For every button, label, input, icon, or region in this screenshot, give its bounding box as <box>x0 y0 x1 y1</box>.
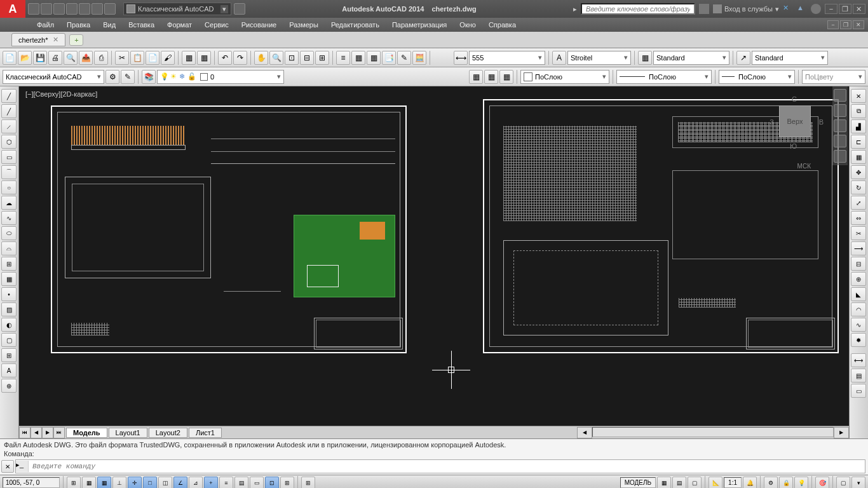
block-make-icon[interactable]: ▦ <box>1 272 17 286</box>
polygon-icon[interactable]: ⬡ <box>1 135 17 149</box>
nav-showmotion-icon[interactable] <box>834 150 846 163</box>
status-ann-icon[interactable]: 📐 <box>709 477 722 489</box>
arc-icon[interactable]: ⌒ <box>1 165 17 179</box>
doc-minimize-button[interactable]: − <box>827 20 839 29</box>
nav-wheel-icon[interactable] <box>834 89 846 102</box>
status-ws-icon[interactable]: ⚙ <box>764 477 778 489</box>
markup-icon[interactable]: ✎ <box>397 51 411 65</box>
ducs-icon[interactable]: ⊿ <box>189 477 203 489</box>
xline-icon[interactable]: ╱ <box>1 104 17 118</box>
3dprint-icon[interactable]: ⎙ <box>94 51 108 65</box>
otrack-icon[interactable]: ∠ <box>173 477 187 489</box>
layout-tab-1[interactable]: Layout1 <box>109 428 147 438</box>
menu-file[interactable]: Файл <box>32 20 59 30</box>
lineweight-select[interactable]: ПоСлою▾ <box>719 70 795 84</box>
autocad-logo[interactable]: A <box>0 0 25 18</box>
viewport-label[interactable]: [−][Сверху][2D-каркас] <box>25 90 97 98</box>
osnap-icon[interactable]: □ <box>143 477 157 489</box>
dim-style-select[interactable]: 555▾ <box>469 51 545 65</box>
lwt-icon[interactable]: ≡ <box>219 477 233 489</box>
grid-icon[interactable]: ▦ <box>97 477 111 489</box>
ws-save-icon[interactable]: ✎ <box>121 70 135 84</box>
qat-redo-icon[interactable] <box>104 3 116 15</box>
ellipse-icon[interactable]: ⬭ <box>1 226 17 240</box>
cloud-icon[interactable]: ▲ <box>797 4 807 14</box>
qat-new-icon[interactable] <box>28 3 39 15</box>
close-button[interactable]: ✕ <box>853 4 865 14</box>
nav-pan-icon[interactable] <box>834 104 846 117</box>
qat-undo-icon[interactable] <box>92 3 103 15</box>
menu-view[interactable]: Вид <box>98 20 121 30</box>
save-icon[interactable]: 💾 <box>33 51 47 65</box>
menu-edit[interactable]: Правка <box>62 20 95 30</box>
zoom-window-icon[interactable]: ⊡ <box>285 51 299 65</box>
menu-tools[interactable]: Сервис <box>200 20 234 30</box>
polar-icon[interactable]: ✛ <box>128 477 142 489</box>
sc-icon[interactable]: ⊡ <box>265 477 279 489</box>
undo-icon[interactable]: ↶ <box>218 51 232 65</box>
qat-save-icon[interactable] <box>53 3 65 15</box>
new-tab-button[interactable]: + <box>69 34 83 46</box>
layout-tab-2[interactable]: Layout2 <box>149 428 187 438</box>
line-icon[interactable]: ╱ <box>1 89 17 103</box>
blend-icon[interactable]: ∿ <box>851 318 866 332</box>
am-icon[interactable]: ⊞ <box>280 477 294 489</box>
layer-iso-icon[interactable]: ▦ <box>484 70 498 84</box>
linetype-select[interactable]: ПоСлою▾ <box>616 70 712 84</box>
ssm-icon[interactable]: 📑 <box>382 51 396 65</box>
layout-prev-icon[interactable]: ◀ <box>31 427 42 438</box>
hatch-icon[interactable]: ▨ <box>1 302 17 316</box>
block-icon[interactable]: ▦ <box>182 51 196 65</box>
dyn-icon[interactable]: + <box>204 477 218 489</box>
status-grid2-icon[interactable]: ▦ <box>657 477 671 489</box>
wcs-label[interactable]: МСК <box>797 163 811 170</box>
status-hw-icon[interactable]: 💡 <box>794 477 808 489</box>
pline-icon[interactable]: ⟋ <box>1 119 17 133</box>
zoom-prev-icon[interactable]: ⊟ <box>300 51 314 65</box>
revcloud-icon[interactable]: ☁ <box>1 196 17 210</box>
move-icon[interactable]: ✥ <box>851 165 866 179</box>
hscroll-left-icon[interactable]: ◀ <box>577 427 592 438</box>
doc-close-button[interactable]: ✕ <box>853 20 864 29</box>
mirror-icon[interactable]: ▟ <box>851 119 866 133</box>
layer-select[interactable]: 💡 ☀ ❄ 🔓 0▾ <box>157 70 284 84</box>
layout-tab-model[interactable]: Модель <box>66 428 107 438</box>
viewcube[interactable]: Верх <box>779 105 811 137</box>
offset-icon[interactable]: ⊏ <box>851 135 866 149</box>
menu-draw[interactable]: Рисование <box>236 20 281 30</box>
layer-state-icon[interactable]: ▦ <box>469 70 483 84</box>
status-scale[interactable]: 1:1 <box>724 477 742 488</box>
exchange-icon[interactable]: ✕ <box>783 4 793 14</box>
status-clean-icon[interactable]: ▢ <box>836 477 850 489</box>
login-button[interactable]: Вход в службы ▾ <box>713 4 779 13</box>
match-icon[interactable]: 🖌 <box>161 51 175 65</box>
tpalette-icon[interactable]: ▦ <box>367 51 381 65</box>
menu-dimension[interactable]: Размеры <box>284 20 323 30</box>
qcalc-icon[interactable]: 🧮 <box>412 51 426 65</box>
layer-props-icon[interactable]: 📚 <box>142 70 156 84</box>
status-extra-icon[interactable]: ⊞ <box>301 477 315 489</box>
extend-icon[interactable]: ⟶ <box>851 241 866 255</box>
select-icon[interactable]: ▭ <box>851 384 866 398</box>
layout-last-icon[interactable]: ⏭ <box>53 427 65 438</box>
status-model[interactable]: МОДЕЛЬ <box>620 477 656 488</box>
table-icon[interactable]: ⊞ <box>1 348 17 362</box>
command-input[interactable] <box>29 461 865 471</box>
preview-icon[interactable]: 🔍 <box>64 51 78 65</box>
open-icon[interactable]: 📂 <box>18 51 32 65</box>
copy-obj-icon[interactable]: ⧉ <box>851 104 866 118</box>
trim-icon[interactable]: ✂ <box>851 226 866 240</box>
status-iso-icon[interactable]: 🎯 <box>815 477 829 489</box>
menu-help[interactable]: Справка <box>484 20 521 30</box>
nav-zoom-icon[interactable] <box>834 119 846 132</box>
layer-prev-icon[interactable]: ▦ <box>499 70 513 84</box>
text-style-select[interactable]: Stroitel▾ <box>567 51 631 65</box>
dist-icon[interactable]: ⟷ <box>851 353 866 367</box>
fillet-icon[interactable]: ◠ <box>851 302 866 316</box>
zoom-ext-icon[interactable]: ⊞ <box>315 51 329 65</box>
new-icon[interactable]: 📄 <box>3 51 17 65</box>
table-style-select[interactable]: Standard▾ <box>653 51 729 65</box>
command-config-icon[interactable]: ✕ <box>1 460 14 473</box>
workspace2-select[interactable]: Классический AutoCAD▾ <box>3 70 104 84</box>
minimize-button[interactable]: − <box>825 4 837 14</box>
